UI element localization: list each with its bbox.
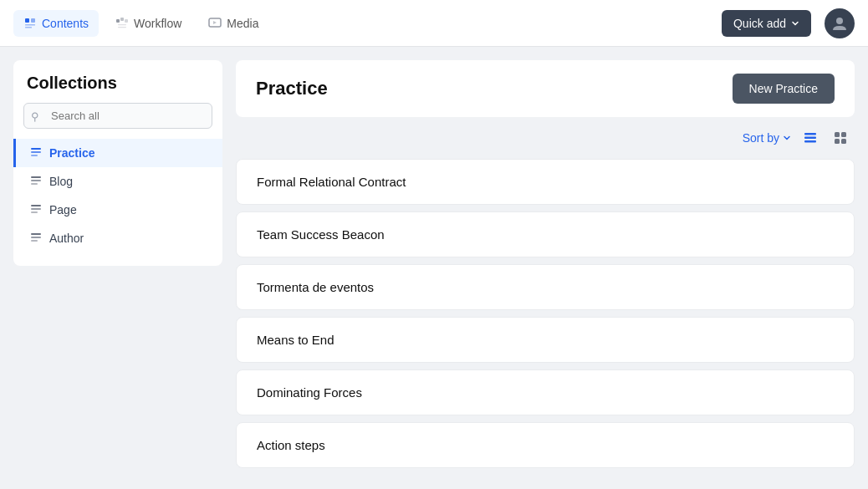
svg-point-11	[836, 18, 843, 24]
svg-rect-26	[804, 140, 816, 143]
chevron-down-icon	[791, 19, 799, 28]
tab-contents-label: Contents	[42, 17, 89, 30]
svg-rect-2	[25, 24, 35, 26]
svg-rect-5	[120, 18, 124, 21]
svg-rect-19	[31, 208, 41, 210]
top-nav: Contents Workflow Media Quick add	[0, 0, 868, 47]
search-icon: ⚲	[31, 110, 39, 122]
svg-rect-28	[841, 132, 846, 137]
list-item[interactable]: Team Success Beacon	[236, 211, 855, 257]
sidebar-item-practice-label: Practice	[49, 146, 94, 160]
svg-rect-27	[835, 132, 840, 137]
workflow-icon	[115, 17, 129, 30]
svg-rect-4	[116, 19, 120, 23]
content-toolbar: Sort by	[236, 127, 855, 149]
svg-rect-29	[835, 139, 840, 144]
svg-rect-14	[31, 155, 38, 156]
svg-rect-12	[31, 148, 41, 150]
sidebar-item-practice[interactable]: Practice	[13, 139, 222, 167]
svg-marker-10	[213, 21, 217, 24]
sort-by-button[interactable]: Sort by	[743, 131, 791, 145]
svg-rect-15	[31, 176, 41, 178]
quick-add-label: Quick add	[733, 17, 786, 30]
sidebar-item-author-label: Author	[49, 232, 84, 245]
tab-media-label: Media	[227, 17, 258, 30]
sidebar-item-page-label: Page	[49, 203, 77, 216]
tab-contents[interactable]: Contents	[13, 10, 99, 37]
sidebar: Collections ⚲ Practice Blog	[13, 60, 222, 266]
content-area: Practice New Practice Sort by	[236, 60, 855, 476]
list-item[interactable]: Means to End	[236, 317, 855, 363]
list-view-button[interactable]	[799, 127, 821, 149]
svg-rect-1	[31, 18, 35, 23]
svg-rect-30	[841, 139, 846, 144]
list-item[interactable]: Formal Relational Contract	[236, 159, 855, 205]
practice-icon	[29, 146, 43, 160]
svg-rect-22	[31, 237, 41, 238]
sidebar-items: Practice Blog Page	[13, 139, 222, 252]
svg-rect-8	[118, 27, 126, 28]
page-icon	[29, 203, 43, 216]
list-view-icon	[803, 130, 818, 145]
search-input[interactable]	[23, 103, 212, 129]
list-item[interactable]: Dominating Forces	[236, 369, 855, 415]
content-header: Practice New Practice	[236, 60, 855, 117]
sort-by-label: Sort by	[743, 131, 779, 145]
svg-rect-24	[804, 133, 816, 135]
svg-rect-3	[25, 27, 32, 28]
main-layout: Collections ⚲ Practice Blog	[0, 47, 868, 489]
sort-chevron-icon	[783, 134, 791, 142]
svg-rect-16	[31, 180, 41, 181]
svg-rect-17	[31, 183, 38, 185]
grid-view-icon	[833, 130, 848, 145]
sidebar-item-blog-label: Blog	[49, 175, 73, 188]
grid-view-button[interactable]	[830, 127, 851, 149]
sidebar-item-author[interactable]: Author	[13, 224, 222, 252]
svg-rect-23	[31, 240, 38, 242]
tab-workflow[interactable]: Workflow	[105, 10, 191, 37]
items-list: Formal Relational ContractTeam Success B…	[236, 159, 855, 468]
content-title: Practice	[256, 78, 733, 99]
collections-title: Collections	[13, 74, 222, 103]
svg-rect-20	[31, 211, 38, 213]
quick-add-button[interactable]: Quick add	[722, 10, 811, 37]
new-practice-button[interactable]: New Practice	[733, 74, 835, 104]
contents-icon	[23, 17, 37, 30]
tab-media[interactable]: Media	[198, 10, 268, 37]
list-item[interactable]: Action steps	[236, 422, 855, 468]
svg-rect-18	[31, 205, 41, 206]
media-icon	[208, 17, 222, 30]
svg-rect-21	[31, 233, 41, 235]
user-icon	[831, 15, 848, 32]
blog-icon	[29, 175, 43, 188]
svg-rect-6	[125, 19, 128, 23]
search-container: ⚲	[23, 103, 212, 129]
author-icon	[29, 232, 43, 245]
svg-rect-13	[31, 151, 41, 153]
user-avatar[interactable]	[825, 8, 855, 38]
sidebar-item-blog[interactable]: Blog	[13, 167, 222, 196]
sidebar-item-page[interactable]: Page	[13, 196, 222, 224]
svg-rect-7	[118, 24, 126, 25]
svg-rect-0	[25, 18, 29, 23]
svg-rect-25	[804, 137, 816, 140]
list-item[interactable]: Tormenta de eventos	[236, 264, 855, 310]
tab-workflow-label: Workflow	[134, 17, 181, 30]
